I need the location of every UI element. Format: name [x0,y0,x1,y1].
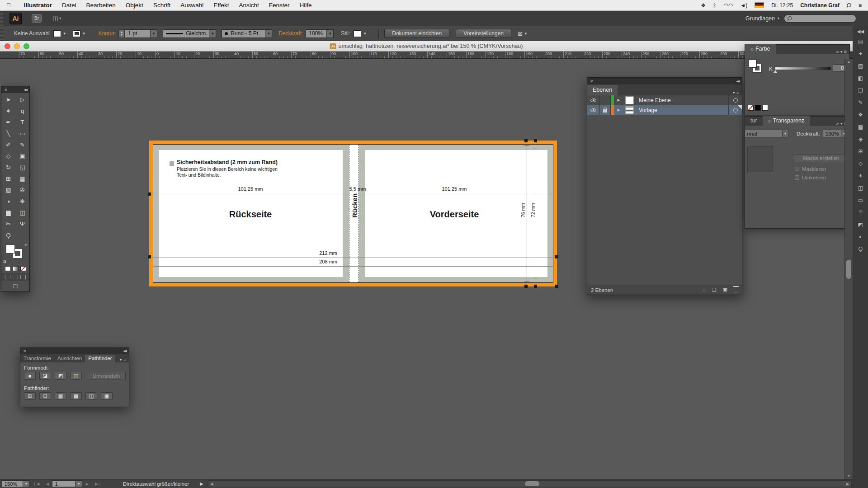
deckkraft-link[interactable]: Deckkraft: [278,30,303,37]
screen-mode-button[interactable]: ▢ [1,281,29,291]
scroll-right-icon[interactable]: ▶ [846,482,849,486]
fill-indicator[interactable] [6,244,15,253]
width-tool[interactable]: ◇ [1,150,15,162]
horizontal-ruler[interactable]: 7060504030201001020304050607080901001101… [0,52,853,59]
layer-thumbnail[interactable] [623,105,636,115]
opacity-select[interactable]: 100%▼ [823,130,847,137]
swap-fill-stroke-icon[interactable]: ⇄ [24,243,28,247]
shape-mode-unite[interactable]: ■ [24,372,36,380]
close-panel-icon[interactable]: ✕ [4,88,8,92]
eyedropper-tool[interactable]: ✇ [15,184,29,196]
clip-checkbox[interactable]: Maskieren [795,166,826,172]
stroke-width-stepper[interactable]: ▲▼ [118,29,125,38]
column-graph-tool[interactable]: ▆ [1,207,15,218]
pathfinder-divide[interactable]: ⊞ [24,392,36,400]
dock-icon-brushes[interactable]: ✶ [856,172,865,180]
next-artboard-icon[interactable]: ▶ [85,482,89,486]
bridge-button[interactable]: Br [32,14,42,23]
dock-icon-color[interactable]: ✦ [856,50,865,58]
lock-toggle[interactable] [600,95,611,105]
menubar-clock[interactable]: Di. 12:25 [771,2,793,9]
dock-icon-swatches[interactable]: ▤ [856,38,865,46]
spotlight-icon[interactable]: Ϙ [845,1,853,9]
rotate-tool[interactable]: ↻ [1,162,15,173]
preferences-button[interactable]: Voreinstellungen [456,29,511,38]
dock-icon-layers[interactable]: ▭ [856,196,865,204]
black-swatch[interactable] [755,105,761,111]
zoom-dropdown-icon[interactable]: ▼ [23,480,30,487]
type-tool[interactable]: T [15,117,29,128]
vertical-scrollbar[interactable]: ▲ ▼ [844,59,853,479]
volume-icon[interactable]: ◄) [740,2,747,9]
keyboard-layout-flag-icon[interactable] [755,2,764,8]
pathfinder-merge[interactable]: ▦ [55,392,66,400]
vertical-scroll-thumb[interactable] [846,260,851,279]
dock-icon-pathfinder[interactable]: ⊞ [856,147,865,155]
tab-transparenz[interactable]: ◇Transparenz [763,116,810,126]
kontur-link[interactable]: Kontur: [99,30,116,37]
scale-tool[interactable]: ◱ [15,162,29,173]
none-swatch[interactable] [748,105,754,111]
make-clipping-mask-icon[interactable]: ◌ [703,287,706,293]
shape-mode-exclude[interactable]: ◫ [70,372,82,380]
dock-icon-graphic-styles[interactable]: ✎ [856,99,865,107]
pen-tool[interactable]: ✒ [1,117,15,128]
dock-icon-character[interactable]: ◩ [856,221,865,229]
menu-ansicht[interactable]: Ansicht [234,2,264,9]
brush-definition-combo[interactable]: Rund - 5 Pt.▼ [222,29,272,38]
dock-icon-links[interactable]: ≣ [856,208,865,216]
wifi-icon[interactable]: ◠◠ [723,2,733,9]
k-slider[interactable] [775,67,831,70]
dock-icon-navigator[interactable]: Ϙ [856,245,865,253]
selection-tool[interactable]: ➤ [1,94,15,105]
dock-icon-appearance[interactable]: ❏ [856,86,865,94]
gradient-tool[interactable]: ▧ [1,184,15,196]
artboard-number-field[interactable]: 1 [52,480,75,487]
new-layer-icon[interactable]: ▣ [723,287,727,293]
fill-dropdown-icon[interactable]: ▼ [61,32,68,36]
lock-toggle[interactable] [600,105,611,115]
default-fill-stroke-icon[interactable]: ◪ [3,260,6,263]
magic-wand-tool[interactable]: ✶ [1,105,15,117]
tab-ausrichten[interactable]: Ausrichten [54,355,85,362]
scroll-left-icon[interactable]: ◀ [210,482,213,486]
hand-tool[interactable]: Ψ [15,218,29,230]
expand-dock-icon[interactable]: ◀◀ [853,26,868,38]
pathfinder-crop[interactable]: ▩ [70,392,82,400]
layer-name[interactable]: Meine Ebene [636,95,728,105]
stroke-dropdown-icon[interactable]: ▼ [80,32,88,36]
pencil-tool[interactable]: ✎ [15,139,29,150]
stroke-width-combo[interactable]: 1 pt▼ [125,29,157,38]
dock-icon-paragraph[interactable]: ◐ [856,233,865,241]
disclosure-triangle-icon[interactable]: ▶ [614,105,623,115]
apple-menu-icon[interactable]:  [6,2,11,9]
artboard[interactable]: Sicherheitsabstand (2 mm zum Rand) Platz… [149,141,557,286]
zoom-window-button[interactable] [24,43,29,49]
k-value-field[interactable]: 0 [833,64,845,71]
pathfinder-minus-back[interactable]: ▣ [101,392,113,400]
lasso-tool[interactable]: ɋ [15,105,29,117]
menubar-user[interactable]: Christiane Graf [800,2,840,9]
style-dropdown-icon[interactable]: ▼ [361,32,368,36]
menu-datei[interactable]: Datei [57,2,81,9]
close-panel-icon[interactable]: ✕ [590,79,594,84]
shape-mode-intersect[interactable]: ◩ [55,372,66,380]
style-swatch[interactable] [354,30,361,37]
fill-color-control[interactable]: ▼ [53,30,68,37]
status-options-icon[interactable]: ▶ [200,481,203,486]
collapse-panel-icon[interactable]: ◀◀ [736,80,739,83]
panel-menu-icon[interactable]: ▼≡ [732,90,739,95]
layer-name[interactable]: Vorlage [636,105,728,115]
style-control[interactable]: ▼ [354,30,368,37]
dock-icon-artboards[interactable]: ◫ [856,184,865,192]
arrange-documents-button[interactable]: ◫▾ [52,15,61,22]
menu-effekt[interactable]: Effekt [208,2,234,9]
fill-stroke-indicator[interactable]: ⇄ ◪ [1,242,29,264]
disclosure-triangle-icon[interactable]: ▶ [614,95,623,105]
selection-handle[interactable] [534,285,537,288]
minimize-window-button[interactable] [14,43,20,49]
layer-row-meine-ebene[interactable]: ▶ Meine Ebene [587,95,742,105]
dock-icon-stroke[interactable]: ◧ [856,74,865,82]
menu-hilfe[interactable]: Hilfe [295,2,317,9]
opacity-combo[interactable]: 100%▼ [306,29,334,38]
